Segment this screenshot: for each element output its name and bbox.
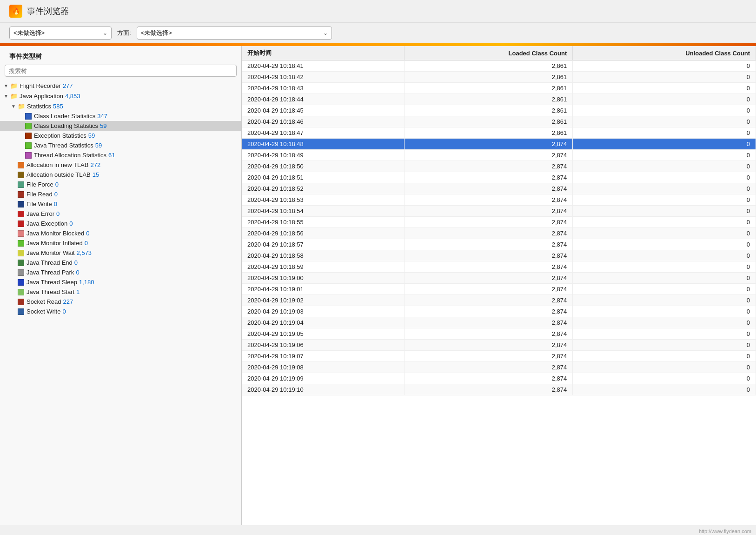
tree-item-thread-alloc-stats[interactable]: Thread Allocation Statistics 61: [0, 150, 241, 160]
table-row[interactable]: 2020-04-29 10:18:482,8740: [242, 139, 756, 150]
table-cell-5-0: 2020-04-29 10:18:46: [242, 116, 404, 127]
color-indicator-java-thread-park: [18, 269, 24, 276]
table-cell-20-1: 2,874: [404, 284, 572, 295]
table-row[interactable]: 2020-04-29 10:19:102,8740: [242, 384, 756, 395]
color-indicator-java-error: [18, 211, 24, 217]
tree-item-java-thread-sleep[interactable]: Java Thread Sleep 1,180: [0, 277, 241, 287]
color-indicator-class-loader-stats: [25, 113, 32, 120]
tree-label-java-thread-start: Java Thread Start: [27, 288, 74, 295]
table-cell-16-0: 2020-04-29 10:18:57: [242, 239, 404, 250]
tree-item-file-force[interactable]: File Force 0: [0, 180, 241, 189]
table-row[interactable]: 2020-04-29 10:18:552,8740: [242, 217, 756, 228]
table-row[interactable]: 2020-04-29 10:18:592,8740: [242, 261, 756, 273]
tree-item-alloc-new-tlab[interactable]: Allocation in new TLAB 272: [0, 160, 241, 170]
tree-label-alloc-outside-tlab: Allocation outside TLAB: [27, 171, 91, 178]
main-content: 事件类型树 ▼📁Flight Recorder 277▼📁Java Applic…: [0, 46, 756, 525]
tree-item-socket-write[interactable]: Socket Write 0: [0, 307, 241, 316]
table-row[interactable]: 2020-04-29 10:18:562,8740: [242, 228, 756, 239]
table-cell-2-0: 2020-04-29 10:18:43: [242, 83, 404, 94]
tree-count-alloc-outside-tlab: 15: [93, 171, 99, 178]
table-row[interactable]: 2020-04-29 10:19:072,8740: [242, 351, 756, 362]
table-cell-29-0: 2020-04-29 10:19:10: [242, 384, 404, 395]
table-cell-17-1: 2,874: [404, 250, 572, 261]
tree-toggle-flight-recorder[interactable]: ▼: [4, 83, 10, 88]
tree-toggle-java-application[interactable]: ▼: [4, 94, 10, 99]
table-row[interactable]: 2020-04-29 10:18:492,8740: [242, 150, 756, 161]
table-row[interactable]: 2020-04-29 10:18:512,8740: [242, 172, 756, 183]
tree-label-java-application: Java Application: [20, 93, 63, 100]
tree-item-java-monitor-inflated[interactable]: Java Monitor Inflated 0: [0, 238, 241, 248]
tree-item-class-loading-stats[interactable]: Class Loading Statistics 59: [0, 121, 241, 131]
table-row[interactable]: 2020-04-29 10:19:062,8740: [242, 340, 756, 351]
tree-label-file-read: File Read: [27, 191, 53, 198]
table-row[interactable]: 2020-04-29 10:19:042,8740: [242, 317, 756, 328]
table-cell-8-0: 2020-04-29 10:18:49: [242, 150, 404, 161]
select-recording[interactable]: <未做选择> ⌄: [9, 27, 112, 40]
select-aspect[interactable]: <未做选择> ⌄: [137, 27, 332, 40]
tree-item-alloc-outside-tlab[interactable]: Allocation outside TLAB 15: [0, 170, 241, 180]
tree-item-java-thread-end[interactable]: Java Thread End 0: [0, 258, 241, 268]
table-row[interactable]: 2020-04-29 10:18:542,8740: [242, 206, 756, 217]
table-cell-26-1: 2,874: [404, 351, 572, 362]
table-cell-21-1: 2,874: [404, 295, 572, 306]
table-row[interactable]: 2020-04-29 10:19:092,8740: [242, 373, 756, 384]
table-row[interactable]: 2020-04-29 10:18:452,8610: [242, 105, 756, 116]
table-cell-21-0: 2020-04-29 10:19:02: [242, 295, 404, 306]
tree-item-java-thread-park[interactable]: Java Thread Park 0: [0, 268, 241, 277]
tree-item-java-monitor-wait[interactable]: Java Monitor Wait 2,573: [0, 248, 241, 258]
tree-count-java-monitor-inflated: 0: [85, 240, 88, 247]
table-row[interactable]: 2020-04-29 10:18:462,8610: [242, 116, 756, 127]
table-cell-27-0: 2020-04-29 10:19:08: [242, 362, 404, 373]
color-indicator-exception-stats: [25, 133, 32, 139]
table-cell-15-2: 0: [573, 228, 756, 239]
table-row[interactable]: 2020-04-29 10:18:572,8740: [242, 239, 756, 250]
tree-label-flight-recorder: Flight Recorder: [20, 82, 61, 89]
tree-count-java-thread-stats: 59: [95, 142, 102, 149]
color-indicator-class-loading-stats: [25, 123, 32, 129]
tree-item-file-write[interactable]: File Write 0: [0, 199, 241, 209]
table-row[interactable]: 2020-04-29 10:19:052,8740: [242, 328, 756, 340]
col-header-unloaded: Unloaded Class Count: [573, 46, 756, 60]
tree-item-class-loader-stats[interactable]: Class Loader Statistics 347: [0, 111, 241, 121]
color-indicator-socket-read: [18, 299, 24, 305]
tree-count-java-thread-end: 0: [74, 259, 78, 266]
tree-item-statistics[interactable]: ▼📁Statistics 585: [0, 101, 241, 111]
table-cell-9-0: 2020-04-29 10:18:50: [242, 161, 404, 172]
toolbar: <未做选择> ⌄ 方面: <未做选择> ⌄: [0, 23, 756, 43]
tree-item-java-exception[interactable]: Java Exception 0: [0, 219, 241, 228]
table-row[interactable]: 2020-04-29 10:18:582,8740: [242, 250, 756, 261]
tree-item-file-read[interactable]: File Read 0: [0, 189, 241, 199]
tree-item-java-thread-start[interactable]: Java Thread Start 1: [0, 287, 241, 297]
tree-count-java-monitor-blocked: 0: [86, 230, 89, 237]
table-cell-0-1: 2,861: [404, 60, 572, 72]
tree-item-java-monitor-blocked[interactable]: Java Monitor Blocked 0: [0, 228, 241, 238]
table-cell-28-1: 2,874: [404, 373, 572, 384]
tree-item-socket-read[interactable]: Socket Read 227: [0, 297, 241, 307]
tree-count-statistics: 585: [53, 103, 63, 110]
table-row[interactable]: 2020-04-29 10:18:522,8740: [242, 183, 756, 194]
table-row[interactable]: 2020-04-29 10:18:532,8740: [242, 194, 756, 206]
tree-item-java-thread-stats[interactable]: Java Thread Statistics 59: [0, 140, 241, 150]
table-row[interactable]: 2020-04-29 10:19:002,8740: [242, 273, 756, 284]
table-row[interactable]: 2020-04-29 10:19:032,8740: [242, 306, 756, 317]
search-input[interactable]: [5, 65, 237, 77]
table-row[interactable]: 2020-04-29 10:18:442,8610: [242, 94, 756, 105]
tree-item-java-error[interactable]: Java Error 0: [0, 209, 241, 219]
tree-item-flight-recorder[interactable]: ▼📁Flight Recorder 277: [0, 80, 241, 91]
table-cell-1-0: 2020-04-29 10:18:42: [242, 72, 404, 83]
table-cell-14-2: 0: [573, 217, 756, 228]
table-cell-16-2: 0: [573, 239, 756, 250]
table-row[interactable]: 2020-04-29 10:18:502,8740: [242, 161, 756, 172]
table-row[interactable]: 2020-04-29 10:18:422,8610: [242, 72, 756, 83]
table-row[interactable]: 2020-04-29 10:19:012,8740: [242, 284, 756, 295]
table-row[interactable]: 2020-04-29 10:18:412,8610: [242, 60, 756, 72]
table-cell-23-2: 0: [573, 317, 756, 328]
table-row[interactable]: 2020-04-29 10:18:432,8610: [242, 83, 756, 94]
table-row[interactable]: 2020-04-29 10:19:082,8740: [242, 362, 756, 373]
table-row[interactable]: 2020-04-29 10:19:022,8740: [242, 295, 756, 306]
tree-item-exception-stats[interactable]: Exception Statistics 59: [0, 131, 241, 140]
col-header-loaded: Loaded Class Count: [404, 46, 572, 60]
tree-toggle-statistics[interactable]: ▼: [11, 104, 18, 109]
table-row[interactable]: 2020-04-29 10:18:472,8610: [242, 127, 756, 139]
tree-item-java-application[interactable]: ▼📁Java Application 4,853: [0, 91, 241, 101]
